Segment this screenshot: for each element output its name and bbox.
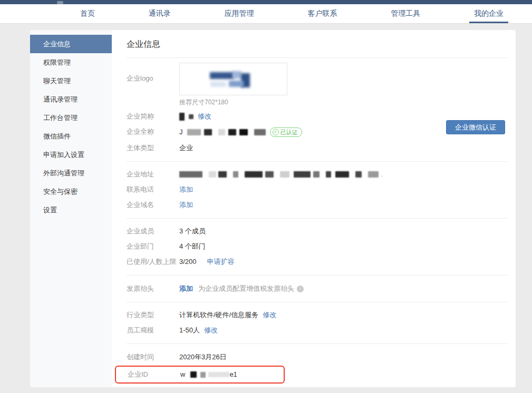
domain-add-link[interactable]: 添加: [179, 201, 193, 209]
divider: [127, 161, 508, 162]
tab-admin-tools-label: 管理工具: [391, 9, 420, 18]
wechat-certify-button[interactable]: 企业微信认证: [446, 120, 505, 134]
divider: [127, 343, 508, 344]
row-members: 企业成员 3 个成员: [127, 227, 508, 235]
redacted-text: [218, 171, 227, 178]
entity-type-label: 主体类型: [127, 144, 179, 152]
logo-blur-shape: [233, 71, 241, 78]
departments-label: 企业部门: [127, 242, 179, 251]
row-domain: 企业域名 添加: [127, 201, 508, 209]
usage-label: 已使用/人数上限: [127, 258, 179, 266]
row-usage: 已使用/人数上限 3/200 申请扩容: [127, 258, 508, 266]
main-card: 企业信息 权限管理 聊天管理 通讯录管理 工作台管理 微信插件 申请加入设置 外…: [30, 30, 516, 387]
short-name-label: 企业简称: [127, 112, 179, 121]
redacted-text: [280, 171, 289, 178]
sidebar-item-permission-management[interactable]: 权限管理: [30, 53, 112, 72]
tab-app-management[interactable]: 应用管理: [224, 4, 255, 23]
tab-contacts[interactable]: 通讯录: [148, 4, 172, 23]
industry-label: 行业类型: [127, 311, 179, 319]
enterprise-logo-image[interactable]: [179, 63, 287, 95]
tab-my-enterprise[interactable]: 我的企业: [473, 4, 505, 23]
departments-value: 4 个部门: [179, 242, 206, 251]
redacted-text: [335, 171, 349, 178]
sidebar-item-settings[interactable]: 设置: [30, 201, 112, 219]
divider: [127, 57, 508, 58]
row-entity-type: 主体类型 企业: [127, 144, 508, 152]
redacted-text: [313, 171, 320, 178]
invoice-label: 发票抬头: [127, 284, 179, 293]
sidebar-item-external-communication[interactable]: 外部沟通管理: [30, 164, 112, 182]
redacted-text: [254, 129, 266, 135]
sidebar-item-security-privacy[interactable]: 安全与保密: [30, 182, 112, 201]
verified-badge: ✓ 已认证: [270, 127, 302, 137]
corp-id-visible-prefix: w: [180, 370, 185, 379]
redacted-text: [187, 129, 201, 135]
enterprise-info-panel: 企业信息 企业logo 推荐尺寸702*180 企业简称: [112, 30, 516, 387]
redacted-text: [294, 171, 311, 178]
entity-type-value: 企业: [179, 144, 193, 152]
logo-size-hint: 推荐尺寸702*180: [179, 98, 287, 106]
row-invoice: 发票抬头 添加 为企业成员配置增值税发票抬头 i: [127, 284, 508, 293]
members-label: 企业成员: [127, 227, 179, 235]
redacted-text: [245, 171, 263, 178]
redacted-text: [228, 129, 236, 135]
tab-home[interactable]: 首页: [79, 4, 96, 23]
tab-admin-tools[interactable]: 管理工具: [390, 4, 421, 23]
row-corp-id: 企业ID w e1: [128, 370, 284, 379]
logo-label: 企业logo: [127, 63, 179, 83]
address-tail-char: .: [381, 170, 383, 179]
redacted-text: [200, 372, 206, 378]
industry-edit-link[interactable]: 修改: [263, 311, 276, 319]
logo-blur-shape: [210, 72, 234, 79]
domain-label: 企业域名: [127, 201, 179, 209]
full-name-visible-prefix: J: [179, 128, 183, 136]
phone-add-link[interactable]: 添加: [179, 185, 193, 194]
sidebar-item-join-settings[interactable]: 申请加入设置: [30, 145, 112, 164]
corp-id-visible-suffix: e1: [229, 370, 237, 379]
nav-tabs: 首页 通讯录 应用管理 客户联系 管理工具 我的企业: [79, 4, 505, 23]
sidebar-item-workbench-management[interactable]: 工作台管理: [30, 109, 112, 127]
short-name-edit-link[interactable]: 修改: [198, 112, 211, 121]
top-header-strip: [0, 0, 532, 4]
scale-label: 员工规模: [127, 326, 179, 335]
redacted-text: [265, 171, 274, 178]
sidebar-item-chat-management[interactable]: 聊天管理: [30, 72, 112, 90]
industry-value: 计算机软件/硬件/信息服务: [179, 311, 258, 319]
page-title: 企业信息: [127, 37, 508, 50]
redacted-text: [326, 171, 331, 178]
divider: [127, 302, 508, 302]
settings-sidebar: 企业信息 权限管理 聊天管理 通讯录管理 工作台管理 微信插件 申请加入设置 外…: [30, 30, 112, 387]
sidebar-item-contacts-management[interactable]: 通讯录管理: [30, 90, 112, 109]
divider: [127, 275, 508, 276]
tab-my-enterprise-label: 我的企业: [474, 9, 504, 18]
tab-customer-relations[interactable]: 客户联系: [306, 4, 338, 23]
sidebar-item-wechat-plugin[interactable]: 微信插件: [30, 127, 112, 145]
created-value: 2020年3月26日: [179, 353, 227, 361]
logo-blur-shape: [210, 82, 226, 87]
invoice-add-link[interactable]: 添加: [179, 284, 193, 293]
redacted-text: [239, 129, 248, 135]
redacted-text: [190, 371, 197, 378]
row-scale: 员工规模 1-50人 修改: [127, 326, 508, 335]
redacted-text: [218, 129, 225, 135]
expand-capacity-link[interactable]: 申请扩容: [207, 258, 235, 266]
redacted-text: [233, 171, 238, 178]
verified-check-icon: ✓: [273, 129, 279, 135]
verified-badge-label: 已认证: [280, 128, 298, 136]
row-short-name: 企业简称 修改: [127, 112, 508, 121]
tab-home-label: 首页: [80, 9, 95, 18]
divider: [127, 218, 508, 219]
tab-app-management-label: 应用管理: [225, 9, 254, 18]
row-enterprise-logo: 企业logo 推荐尺寸702*180: [127, 63, 508, 106]
phone-label: 联系电话: [127, 185, 179, 194]
info-icon[interactable]: i: [297, 286, 304, 292]
row-phone: 联系电话 添加: [127, 185, 508, 194]
sidebar-item-enterprise-info[interactable]: 企业信息: [30, 35, 112, 53]
scale-edit-link[interactable]: 修改: [204, 326, 218, 335]
active-tab-underline: [469, 22, 508, 23]
usage-value: 3/200: [179, 258, 197, 266]
address-label: 企业地址: [127, 170, 179, 179]
redacted-text: [204, 129, 212, 135]
redacted-text: [355, 171, 362, 178]
row-industry: 行业类型 计算机软件/硬件/信息服务 修改: [127, 311, 508, 319]
